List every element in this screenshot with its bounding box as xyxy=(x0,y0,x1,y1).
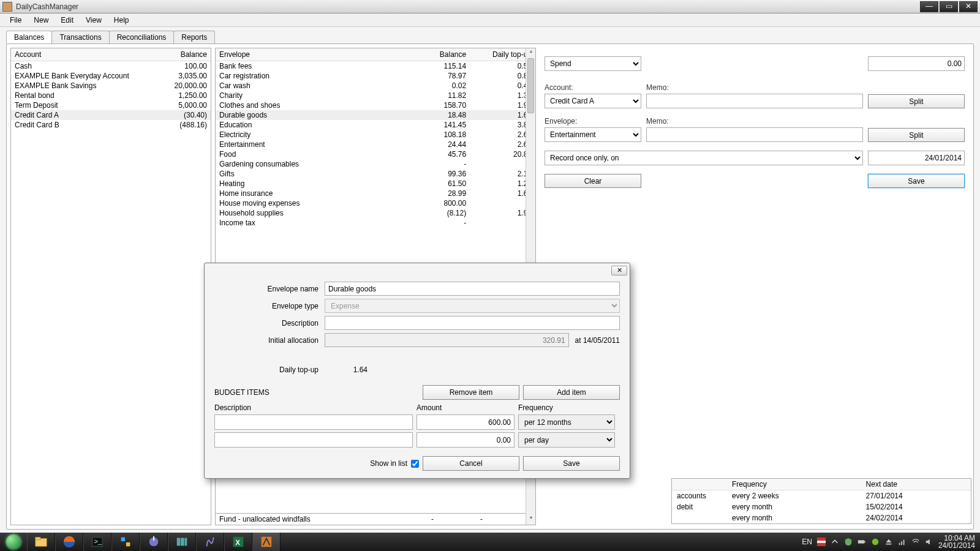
account-row[interactable]: Credit Card A(30.40) xyxy=(11,110,211,120)
minimize-button[interactable]: — xyxy=(920,1,938,12)
transaction-type-select[interactable]: Spend xyxy=(545,56,641,71)
tray-flag-icon[interactable] xyxy=(817,538,826,546)
clear-button[interactable]: Clear xyxy=(545,174,641,188)
budget-freq-select[interactable]: per 12 months xyxy=(518,414,615,430)
envelope-row[interactable]: House moving expenses800.00- xyxy=(216,198,535,208)
budget-desc-input[interactable] xyxy=(214,432,413,448)
date-input[interactable] xyxy=(868,151,965,165)
account-split-button[interactable]: Split xyxy=(868,94,965,108)
budget-amount-input[interactable] xyxy=(417,414,514,430)
account-memo-input[interactable] xyxy=(646,94,863,108)
envelope-row[interactable]: Durable goods18.481.64 xyxy=(216,110,535,120)
tray-gpu-icon[interactable] xyxy=(871,538,880,546)
tray-lang[interactable]: EN xyxy=(802,538,812,546)
tray-network-icon[interactable] xyxy=(898,538,907,546)
maximize-button[interactable]: ▭ xyxy=(940,1,958,12)
taskbar-app-4[interactable] xyxy=(196,533,224,551)
budget-amount-input[interactable] xyxy=(417,432,514,448)
recurring-row[interactable]: every month24/02/2014 xyxy=(672,512,971,523)
tray-battery-icon[interactable] xyxy=(858,538,866,546)
account-name: Rental bond xyxy=(11,91,161,100)
envelope-row[interactable]: Car wash0.020.43 xyxy=(216,81,535,91)
col-env-balance[interactable]: Balance xyxy=(404,48,470,61)
taskbar-app-2[interactable] xyxy=(140,533,168,551)
tray-clock[interactable]: 10:04 AM 24/01/2014 xyxy=(938,534,975,549)
envelope-row[interactable]: Home insurance28.991.64 xyxy=(216,189,535,198)
account-row[interactable]: Cash100.00 xyxy=(11,61,211,72)
svg-rect-8 xyxy=(153,536,154,541)
col-envelope[interactable]: Envelope xyxy=(216,48,404,61)
dialog-cancel-button[interactable]: Cancel xyxy=(423,456,519,471)
menu-new[interactable]: New xyxy=(28,15,55,26)
budget-desc-input[interactable] xyxy=(214,414,413,430)
envelope-split-button[interactable]: Split xyxy=(868,128,965,142)
envelope-row[interactable]: Bank fees115.140.55 xyxy=(216,61,535,72)
taskbar-terminal[interactable]: >_ xyxy=(83,533,111,551)
envelope-row[interactable]: Electricity108.182.62 xyxy=(216,130,535,140)
account-row[interactable]: EXAMPLE Bank Savings20,000.00 xyxy=(11,81,211,91)
accounts-table[interactable]: Account Balance Cash100.00EXAMPLE Bank E… xyxy=(11,48,211,130)
envelope-row[interactable]: Clothes and shoes158.701.92 xyxy=(216,100,535,110)
recurring-row[interactable]: debitevery month15/02/2014 xyxy=(672,501,971,512)
envelope-name-input[interactable] xyxy=(325,282,620,296)
account-row[interactable]: Credit Card B(488.16) xyxy=(11,120,211,130)
tab-balances[interactable]: Balances xyxy=(6,31,52,43)
account-row[interactable]: EXAMPLE Bank Everyday Account3,035.00 xyxy=(11,71,211,81)
tray-wifi-icon[interactable] xyxy=(911,538,920,546)
tab-transactions[interactable]: Transactions xyxy=(51,31,109,43)
taskbar-explorer[interactable] xyxy=(27,533,55,551)
taskbar-dailycashmanager[interactable] xyxy=(252,533,281,551)
envelopes-table[interactable]: Envelope Balance Daily top-up Bank fees1… xyxy=(216,48,535,228)
tray-chevron-up-icon[interactable] xyxy=(831,538,839,546)
recur-type: debit xyxy=(672,501,727,512)
amount-input[interactable] xyxy=(868,56,965,71)
envelope-row[interactable]: Car registration78.970.82 xyxy=(216,71,535,81)
account-row[interactable]: Rental bond1,250.00 xyxy=(11,91,211,100)
recurring-table[interactable]: Frequency Next date accountsevery 2 week… xyxy=(671,478,971,524)
envelope-row[interactable]: Heating61.501.23 xyxy=(216,179,535,189)
menu-file[interactable]: File xyxy=(4,15,28,26)
account-row[interactable]: Term Deposit5,000.00 xyxy=(11,100,211,110)
dialog-save-button[interactable]: Save xyxy=(523,456,620,471)
envelope-select[interactable]: Entertainment xyxy=(545,127,641,142)
taskbar-firefox[interactable] xyxy=(55,533,83,551)
description-input[interactable] xyxy=(325,316,620,330)
envelope-row[interactable]: Education141.453.83 xyxy=(216,120,535,130)
envelope-row[interactable]: Food45.7620.82 xyxy=(216,149,535,159)
frequency-select[interactable]: Record once only, on xyxy=(545,151,863,165)
tray-volume-icon[interactable] xyxy=(925,538,933,546)
menu-view[interactable]: View xyxy=(80,15,108,26)
scrollbar-thumb[interactable] xyxy=(527,58,534,113)
tray-shield-icon[interactable] xyxy=(844,538,853,546)
show-in-list-checkbox[interactable] xyxy=(411,460,419,468)
menu-edit[interactable]: Edit xyxy=(55,15,80,26)
close-button[interactable]: ✕ xyxy=(959,1,978,12)
col-balance[interactable]: Balance xyxy=(161,48,211,61)
recur-col-next[interactable]: Next date xyxy=(861,479,971,490)
envelope-bottom-row[interactable]: Fund - unallocated windfalls - - xyxy=(216,513,526,525)
save-button[interactable]: Save xyxy=(868,174,965,188)
account-select[interactable]: Credit Card A xyxy=(545,94,641,108)
start-button[interactable] xyxy=(0,533,27,551)
recurring-row[interactable]: accountsevery 2 weeks27/01/2014 xyxy=(672,490,971,502)
recur-col-freq[interactable]: Frequency xyxy=(727,479,861,490)
taskbar-app-3[interactable] xyxy=(168,533,196,551)
tray-eject-icon[interactable] xyxy=(884,538,893,546)
add-item-button[interactable]: Add item xyxy=(523,385,620,400)
envelope-row[interactable]: Gardening consumables-- xyxy=(216,159,535,169)
tab-reports[interactable]: Reports xyxy=(173,31,215,43)
col-account[interactable]: Account xyxy=(11,48,161,61)
dialog-close-button[interactable]: ✕ xyxy=(611,266,627,276)
envelope-row[interactable]: Charity11.821.37 xyxy=(216,91,535,100)
menu-help[interactable]: Help xyxy=(108,15,135,26)
taskbar-app-1[interactable] xyxy=(111,533,140,551)
envelope-row[interactable]: Gifts99.362.19 xyxy=(216,169,535,179)
envelope-row[interactable]: Income tax-- xyxy=(216,218,535,228)
envelope-row[interactable]: Entertainment24.442.63 xyxy=(216,140,535,149)
budget-freq-select[interactable]: per day xyxy=(518,432,615,448)
remove-item-button[interactable]: Remove item xyxy=(423,385,519,400)
envelope-memo-input[interactable] xyxy=(646,127,863,142)
envelope-row[interactable]: Household supplies(8.12)1.94 xyxy=(216,208,535,218)
taskbar-excel[interactable]: X xyxy=(224,533,252,551)
tab-reconciliations[interactable]: Reconciliations xyxy=(109,31,175,43)
